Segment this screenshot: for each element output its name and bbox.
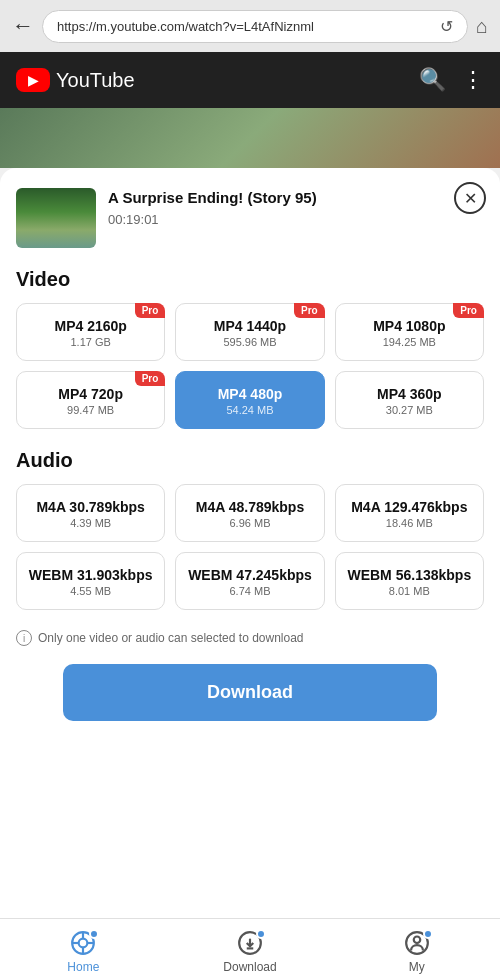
quality-label: WEBM 31.903kbps <box>25 567 156 583</box>
home-nav-label: Home <box>67 960 99 974</box>
audio-section-label: Audio <box>16 449 484 472</box>
quality-size: 30.27 MB <box>344 404 475 416</box>
youtube-actions: 🔍 ⋮ <box>419 67 484 93</box>
nav-item-download[interactable]: Download <box>167 929 334 978</box>
youtube-logo-text: YouTube <box>56 69 135 92</box>
video-background <box>0 108 500 168</box>
back-button[interactable]: ← <box>12 13 34 39</box>
audio-quality-webm_56[interactable]: WEBM 56.138kbps 8.01 MB <box>335 552 484 610</box>
quality-label: WEBM 56.138kbps <box>344 567 475 583</box>
home-nav-icon <box>67 929 99 957</box>
video-info: A Surprise Ending! (Story 95) 00:19:01 <box>16 188 484 248</box>
video-quality-mp4_480p[interactable]: MP4 480p 54.24 MB <box>175 371 324 429</box>
quality-size: 6.74 MB <box>184 585 315 597</box>
quality-size: 4.55 MB <box>25 585 156 597</box>
quality-label: MP4 2160p <box>25 318 156 334</box>
audio-quality-webm_31[interactable]: WEBM 31.903kbps 4.55 MB <box>16 552 165 610</box>
svg-point-10 <box>413 937 420 944</box>
info-line: i Only one video or audio can selected t… <box>16 630 484 646</box>
video-quality-grid: Pro MP4 2160p 1.17 GB Pro MP4 1440p 595.… <box>16 303 484 429</box>
audio-quality-m4a_30[interactable]: M4A 30.789kbps 4.39 MB <box>16 484 165 542</box>
audio-section: Audio M4A 30.789kbps 4.39 MB M4A 48.789k… <box>16 449 484 610</box>
nav-item-my[interactable]: My <box>333 929 500 978</box>
video-quality-mp4_1440p[interactable]: Pro MP4 1440p 595.96 MB <box>175 303 324 361</box>
info-icon: i <box>16 630 32 646</box>
pro-badge: Pro <box>135 371 166 386</box>
quality-size: 6.96 MB <box>184 517 315 529</box>
video-thumbnail <box>16 188 96 248</box>
video-quality-mp4_2160p[interactable]: Pro MP4 2160p 1.17 GB <box>16 303 165 361</box>
nav-item-home[interactable]: Home <box>0 929 167 978</box>
quality-label: M4A 30.789kbps <box>25 499 156 515</box>
my-nav-label: My <box>409 960 425 974</box>
quality-size: 595.96 MB <box>184 336 315 348</box>
info-text: Only one video or audio can selected to … <box>38 631 304 645</box>
search-icon[interactable]: 🔍 <box>419 67 446 93</box>
youtube-header: YouTube 🔍 ⋮ <box>0 52 500 108</box>
video-section-label: Video <box>16 268 484 291</box>
reload-button[interactable]: ↺ <box>440 17 453 36</box>
audio-quality-m4a_129[interactable]: M4A 129.476kbps 18.46 MB <box>335 484 484 542</box>
youtube-icon <box>16 68 50 92</box>
youtube-logo: YouTube <box>16 68 135 92</box>
quality-label: MP4 480p <box>184 386 315 402</box>
browser-bar: ← https://m.youtube.com/watch?v=L4tAfNiz… <box>0 0 500 52</box>
quality-size: 18.46 MB <box>344 517 475 529</box>
quality-label: M4A 48.789kbps <box>184 499 315 515</box>
audio-quality-grid: M4A 30.789kbps 4.39 MB M4A 48.789kbps 6.… <box>16 484 484 610</box>
audio-quality-webm_47[interactable]: WEBM 47.245kbps 6.74 MB <box>175 552 324 610</box>
quality-label: MP4 1440p <box>184 318 315 334</box>
quality-label: WEBM 47.245kbps <box>184 567 315 583</box>
video-quality-mp4_1080p[interactable]: Pro MP4 1080p 194.25 MB <box>335 303 484 361</box>
download-nav-icon <box>234 929 266 957</box>
quality-size: 194.25 MB <box>344 336 475 348</box>
audio-quality-m4a_48[interactable]: M4A 48.789kbps 6.96 MB <box>175 484 324 542</box>
my-nav-icon <box>401 929 433 957</box>
video-duration: 00:19:01 <box>108 212 317 227</box>
close-button[interactable]: ✕ <box>454 182 486 214</box>
video-quality-mp4_360p[interactable]: MP4 360p 30.27 MB <box>335 371 484 429</box>
quality-size: 4.39 MB <box>25 517 156 529</box>
video-title: A Surprise Ending! (Story 95) <box>108 189 317 206</box>
pro-badge: Pro <box>453 303 484 318</box>
url-bar[interactable]: https://m.youtube.com/watch?v=L4tAfNiznm… <box>42 10 468 43</box>
quality-label: M4A 129.476kbps <box>344 499 475 515</box>
download-button[interactable]: Download <box>63 664 437 721</box>
pro-badge: Pro <box>135 303 166 318</box>
bottom-nav: Home Download My <box>0 918 500 978</box>
quality-size: 8.01 MB <box>344 585 475 597</box>
svg-point-1 <box>79 939 88 948</box>
home-button[interactable]: ⌂ <box>476 15 488 38</box>
download-nav-label: Download <box>223 960 276 974</box>
quality-label: MP4 360p <box>344 386 475 402</box>
quality-label: MP4 720p <box>25 386 156 402</box>
quality-label: MP4 1080p <box>344 318 475 334</box>
more-options-icon[interactable]: ⋮ <box>462 67 484 93</box>
video-quality-mp4_720p[interactable]: Pro MP4 720p 99.47 MB <box>16 371 165 429</box>
url-text: https://m.youtube.com/watch?v=L4tAfNiznm… <box>57 19 314 34</box>
quality-size: 1.17 GB <box>25 336 156 348</box>
download-modal: ✕ A Surprise Ending! (Story 95) 00:19:01… <box>0 168 500 918</box>
quality-size: 54.24 MB <box>184 404 315 416</box>
quality-size: 99.47 MB <box>25 404 156 416</box>
video-meta: A Surprise Ending! (Story 95) 00:19:01 <box>108 188 317 227</box>
pro-badge: Pro <box>294 303 325 318</box>
